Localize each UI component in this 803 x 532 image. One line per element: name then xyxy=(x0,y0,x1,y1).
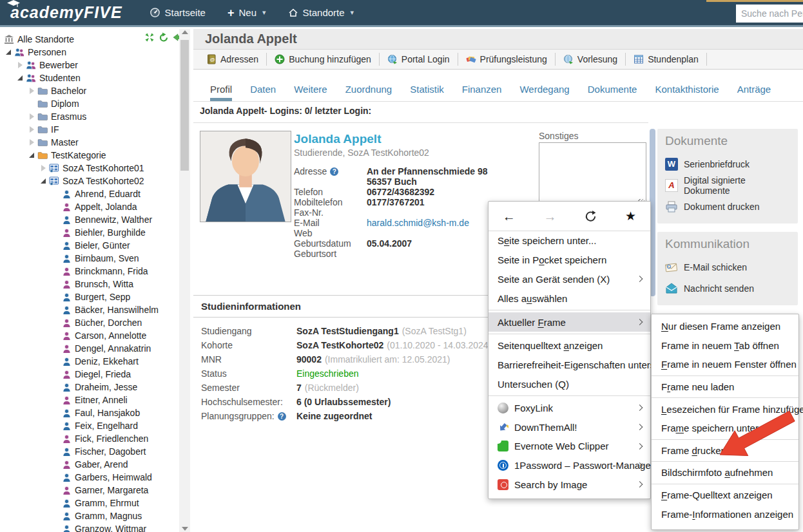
bookmark-star-icon[interactable]: ★ xyxy=(625,210,636,222)
tree-expander[interactable] xyxy=(40,177,48,185)
tree-node-studenten[interactable]: Studenten xyxy=(0,71,193,84)
tree-student[interactable]: Garbers, Heimwald xyxy=(0,471,193,484)
tree-student[interactable]: Burgert, Sepp xyxy=(0,290,193,303)
tree-expander[interactable] xyxy=(28,126,36,133)
tree-folder[interactable]: Erasmus xyxy=(0,110,193,123)
tree-student[interactable]: Ahrend, Eduardt xyxy=(0,187,193,200)
tree-student[interactable]: Fick, Friedlenchen xyxy=(0,432,193,445)
submenu-item-frame-quelltext[interactable]: Frame-Quelltext anzeigen xyxy=(652,486,798,505)
tree-folder[interactable]: IF xyxy=(0,123,193,136)
nachricht-senden-action[interactable]: Nachricht senden xyxy=(665,278,790,299)
tree-student[interactable]: Gramm, Magnus xyxy=(0,509,193,522)
tree-expander[interactable] xyxy=(28,113,36,120)
tab-dokumente[interactable]: Dokumente xyxy=(588,84,637,101)
tree-expander[interactable] xyxy=(40,164,48,172)
global-search-input[interactable] xyxy=(736,5,803,23)
sonstiges-textarea[interactable] xyxy=(539,142,646,207)
menu-item-aktueller-frame[interactable]: Aktueller Frame xyxy=(489,312,650,332)
serienbriefdruck-action[interactable]: Serienbriefdruck xyxy=(665,153,790,175)
tree-kohorte[interactable]: SozA TestKohorte01 xyxy=(0,162,193,175)
menu-item-seitenquelltext[interactable]: Seitenquelltext anzeigen xyxy=(489,336,650,356)
menu-item-an-geraet-senden[interactable]: Seite an Gerät senden (X) xyxy=(489,270,650,289)
tree-student[interactable]: Birnbaum, Sven xyxy=(0,252,193,265)
tree-student[interactable]: Feix, Engelhard xyxy=(0,419,193,432)
pruefungsleistung-button[interactable]: Prüfungsleistung xyxy=(460,52,554,67)
menu-item-1password[interactable]: 1Password – Passwort-Manager xyxy=(489,456,650,475)
tree-student[interactable]: Biehler, Burghilde xyxy=(0,226,193,239)
submenu-item-lesezeichen-frame[interactable]: Lesezeichen für Frame hinzufügen... xyxy=(652,399,798,419)
tree-student[interactable]: Appelt, Jolanda xyxy=(0,200,193,213)
tree-expander[interactable] xyxy=(17,74,24,82)
tab-daten[interactable]: Daten xyxy=(250,84,276,101)
scrollbar-thumb[interactable] xyxy=(180,40,189,171)
tree-student[interactable]: Draheim, Jesse xyxy=(0,381,193,394)
tree-expander[interactable] xyxy=(5,48,13,56)
vorlesung-button[interactable]: Vorlesung xyxy=(557,52,624,67)
menu-item-barrierefreiheit[interactable]: Barrierefreiheit-Eigenschaften untersuch… xyxy=(489,356,650,375)
tree-student[interactable]: Deniz, Ekkehart xyxy=(0,355,193,368)
menu-item-downthemall[interactable]: DownThemAll! xyxy=(489,417,650,437)
tree-student[interactable]: Bäcker, Hanswilhelm xyxy=(0,303,193,316)
tree-student[interactable]: Carson, Annelotte xyxy=(0,329,193,342)
tree-expander[interactable] xyxy=(28,87,36,95)
tree-student[interactable]: Eitner, Anneli xyxy=(0,394,193,406)
tree-student[interactable]: Bücher, Dorchen xyxy=(0,316,193,329)
buchung-hinzufuegen-button[interactable]: Buchung hinzufügen xyxy=(268,52,378,67)
email-link[interactable]: harald.schmid@ksh-m.de xyxy=(367,218,469,228)
menu-item-seite-speichern[interactable]: Seite speichern unter... xyxy=(489,231,650,251)
submenu-item-frame-neuer-tab[interactable]: Frame in neuem Tab öffnen xyxy=(652,336,798,356)
tab-kontakthistorie[interactable]: Kontakthistorie xyxy=(655,84,719,101)
scroll-up-icon[interactable] xyxy=(182,30,188,34)
tree-folder[interactable]: Bachelor xyxy=(0,84,193,97)
tree-expander[interactable] xyxy=(28,138,36,146)
submenu-item-frame-neu-laden[interactable]: Frame neu laden xyxy=(652,377,798,397)
dokument-drucken-action[interactable]: Dokument drucken xyxy=(665,196,790,217)
tree-student[interactable]: Gramm, Ehrmut xyxy=(0,497,193,509)
tab-antraege[interactable]: Anträge xyxy=(737,84,771,101)
tree-folder[interactable]: Diplom xyxy=(0,97,193,110)
tab-weitere[interactable]: Weitere xyxy=(294,84,327,101)
menu-item-search-by-image[interactable]: Search by Image xyxy=(489,475,650,495)
tree-node-bewerber[interactable]: Bewerber xyxy=(0,59,193,71)
submenu-item-frame-speichern[interactable]: Frame speichern unter... xyxy=(652,419,798,438)
menu-item-evernote[interactable]: Evernote Web Clipper xyxy=(489,437,650,456)
reload-icon[interactable] xyxy=(585,210,597,222)
submenu-item-frame-neues-fenster[interactable]: Frame in neuem Fenster öffnen xyxy=(652,355,798,374)
digital-signierte-dokumente-action[interactable]: Digital signierte Dokumente xyxy=(665,175,790,196)
nav-item-standorte[interactable]: Standorte ▾ xyxy=(288,7,354,18)
tree-folder-testkategorie[interactable]: TestKategorie xyxy=(0,149,193,162)
submenu-item-nur-diesen-frame[interactable]: Nur diesen Frame anzeigen xyxy=(652,317,798,336)
tab-finanzen[interactable]: Finanzen xyxy=(462,84,502,101)
tree-kohorte-selected[interactable]: SozA TestKohorte02 xyxy=(0,175,193,187)
menu-item-pocket-speichern[interactable]: Seite in Pocket speichern xyxy=(489,251,650,270)
scroll-down-icon[interactable] xyxy=(182,527,188,531)
forward-arrow-icon[interactable]: → xyxy=(544,210,557,223)
menu-item-untersuchen[interactable]: Untersuchen (Q) xyxy=(489,375,650,394)
collapse-icon[interactable] xyxy=(144,32,155,43)
nav-item-neu[interactable]: + Neu ▾ xyxy=(227,7,266,19)
tree-student[interactable]: Brunsch, Witta xyxy=(0,278,193,290)
tree-folder[interactable]: Master xyxy=(0,136,193,149)
tree-student[interactable]: Fischer, Dagobert xyxy=(0,445,193,458)
menu-item-alles-auswaehlen[interactable]: Alles auswählen xyxy=(489,289,650,308)
tree-student[interactable]: Granzow, Wittmar xyxy=(0,522,193,532)
student-name[interactable]: Jolanda Appelt xyxy=(294,132,381,146)
tree-expander[interactable] xyxy=(17,61,24,69)
tree-student[interactable]: Garner, Margareta xyxy=(0,484,193,497)
tree-student[interactable]: Gaber, Arend xyxy=(0,458,193,471)
tree-student[interactable]: Bennewitz, Walther xyxy=(0,213,193,226)
submenu-item-frame-drucken[interactable]: Frame drucken... xyxy=(652,441,798,461)
tree-student[interactable]: Bieler, Günter xyxy=(0,239,193,252)
submenu-item-frame-informationen[interactable]: Frame-Informationen anzeigen xyxy=(652,504,798,524)
nav-item-startseite[interactable]: Startseite xyxy=(150,7,206,18)
stundenplan-button[interactable]: Stundenplan xyxy=(627,52,705,67)
help-icon[interactable]: ? xyxy=(278,412,286,421)
tab-zuordnung[interactable]: Zuordnung xyxy=(345,84,392,101)
tab-profil[interactable]: Profil xyxy=(210,84,232,101)
tab-statistik[interactable]: Statistik xyxy=(410,84,444,101)
tree-student[interactable]: Brinckmann, Frida xyxy=(0,265,193,278)
adressen-button[interactable]: @ Adressen xyxy=(200,52,265,67)
tree-student[interactable]: Diegel, Frieda xyxy=(0,368,193,381)
tree-scrollbar[interactable] xyxy=(179,29,190,532)
tree-student[interactable]: Faul, Hansjakob xyxy=(0,406,193,419)
